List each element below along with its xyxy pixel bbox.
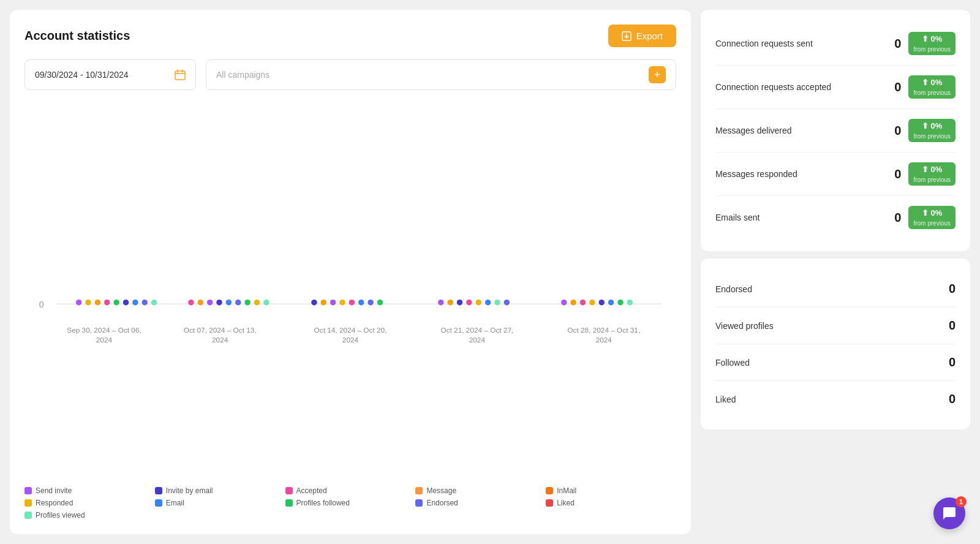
legend-color <box>155 487 162 494</box>
svg-text:Oct 21, 2024 – Oct 27,: Oct 21, 2024 – Oct 27, <box>440 326 513 334</box>
stat-value: 0 <box>889 124 901 138</box>
svg-point-37 <box>358 300 364 305</box>
svg-text:Oct 07, 2024 – Oct 13,: Oct 07, 2024 – Oct 13, <box>184 326 257 334</box>
badge-pct: ⬆ 0% <box>922 78 942 87</box>
stat-label: Emails sent <box>715 213 760 222</box>
chat-button[interactable]: 1 <box>933 497 965 529</box>
legend-item: Invite by email <box>155 486 285 495</box>
legend-color <box>285 499 293 507</box>
svg-point-26 <box>216 300 222 305</box>
svg-text:Oct 28, 2024 – Oct 31,: Oct 28, 2024 – Oct 31, <box>567 326 640 334</box>
svg-point-45 <box>485 300 491 305</box>
svg-point-24 <box>198 300 203 305</box>
svg-point-31 <box>263 300 269 305</box>
stat-value: 0 <box>889 211 901 225</box>
stat-badge: ⬆ 0% from previous <box>908 206 956 229</box>
stat-value: 0 <box>889 80 901 94</box>
legend-color <box>546 487 553 494</box>
svg-point-14 <box>76 300 81 305</box>
svg-point-33 <box>321 300 326 305</box>
svg-point-18 <box>113 300 119 305</box>
chat-icon <box>942 506 957 521</box>
legend-item: Send invite <box>24 486 155 495</box>
legend-item: Accepted <box>285 486 416 495</box>
svg-point-36 <box>349 300 355 305</box>
badge-pct: ⬆ 0% <box>922 208 942 217</box>
header-row: Account statistics Export <box>24 25 676 47</box>
add-campaign-button[interactable]: + <box>649 66 666 83</box>
date-picker[interactable]: 09/30/2024 - 10/31/2024 <box>24 59 196 90</box>
badge-prev: from previous <box>913 176 951 183</box>
stat-badge: ⬆ 0% from previous <box>908 162 956 186</box>
badge-pct: ⬆ 0% <box>922 165 942 174</box>
svg-point-16 <box>95 300 100 305</box>
svg-point-42 <box>457 300 462 305</box>
simple-stat-row: Endorsed 0 <box>715 271 956 308</box>
badge-prev: from previous <box>913 220 951 227</box>
svg-point-40 <box>438 300 443 305</box>
legend-color <box>546 499 553 507</box>
badge-pct: ⬆ 0% <box>922 34 942 43</box>
right-panel: Connection requests sent 0 ⬆ 0% from pre… <box>701 10 970 534</box>
stat-value: 0 <box>943 355 956 369</box>
legend-color <box>24 499 32 507</box>
legend-label: Send invite <box>36 486 72 495</box>
svg-text:Oct 14, 2024 – Oct 20,: Oct 14, 2024 – Oct 20, <box>314 326 387 334</box>
svg-text:2024: 2024 <box>596 336 612 344</box>
svg-text:2024: 2024 <box>212 336 228 344</box>
campaign-placeholder: All campaigns <box>216 70 270 80</box>
bottom-stats-card: Endorsed 0 Viewed profiles 0 Followed 0 … <box>701 259 970 429</box>
stat-label: Messages delivered <box>715 126 792 135</box>
stat-label: Connection requests accepted <box>715 82 831 92</box>
stat-right: 0 ⬆ 0% from previous <box>889 119 956 142</box>
stat-right: 0 ⬆ 0% from previous <box>889 75 956 99</box>
stat-value: 0 <box>889 167 901 181</box>
legend-item: Message <box>415 486 546 495</box>
legend-label: InMail <box>557 486 576 495</box>
stat-badge: ⬆ 0% from previous <box>908 75 956 99</box>
main-panel: Account statistics Export 09/30/2024 - 1… <box>10 10 691 534</box>
stat-value: 0 <box>943 392 956 406</box>
legend-color <box>415 487 423 494</box>
top-stats-card: Connection requests sent 0 ⬆ 0% from pre… <box>701 10 970 251</box>
legend-label: Responded <box>36 499 73 507</box>
page-title: Account statistics <box>24 29 130 43</box>
svg-point-20 <box>132 300 138 305</box>
stat-label: Followed <box>715 358 750 368</box>
svg-point-17 <box>104 300 110 305</box>
legend-label: Invite by email <box>166 486 213 495</box>
svg-point-38 <box>368 300 373 305</box>
badge-prev: from previous <box>913 133 951 140</box>
svg-point-15 <box>85 300 91 305</box>
svg-point-21 <box>142 300 148 305</box>
calendar-icon <box>175 69 186 80</box>
svg-point-32 <box>311 300 317 305</box>
svg-point-19 <box>123 300 129 305</box>
svg-point-39 <box>377 300 383 305</box>
chart-container: 0 Sep 30, 2024 – Oct 06, 2024 Oct 07, 20… <box>24 102 676 469</box>
legend-label: Endorsed <box>426 499 458 507</box>
legend-color <box>155 499 162 507</box>
svg-point-43 <box>466 300 472 305</box>
badge-prev: from previous <box>913 46 951 53</box>
svg-point-50 <box>580 300 586 305</box>
svg-text:Sep 30, 2024 – Oct 06,: Sep 30, 2024 – Oct 06, <box>67 326 141 334</box>
stat-label: Messages responded <box>715 169 797 179</box>
export-button[interactable]: Export <box>608 25 676 47</box>
stat-right: 0 ⬆ 0% from previous <box>889 206 956 229</box>
svg-text:2024: 2024 <box>342 336 359 344</box>
svg-point-34 <box>330 300 336 305</box>
stat-right: 0 ⬆ 0% from previous <box>889 32 956 55</box>
stat-badge: ⬆ 0% from previous <box>908 119 956 142</box>
svg-text:0: 0 <box>39 300 44 309</box>
stat-row: Messages delivered 0 ⬆ 0% from previous <box>715 109 956 153</box>
svg-point-27 <box>226 300 232 305</box>
legend-item: Email <box>155 499 285 507</box>
svg-point-30 <box>254 300 260 305</box>
svg-rect-1 <box>175 71 185 80</box>
legend-label: Accepted <box>296 486 327 495</box>
legend-label: Profiles viewed <box>36 511 85 519</box>
campaign-select[interactable]: All campaigns + <box>206 59 676 90</box>
stat-row: Connection requests accepted 0 ⬆ 0% from… <box>715 66 956 109</box>
svg-point-48 <box>561 300 567 305</box>
